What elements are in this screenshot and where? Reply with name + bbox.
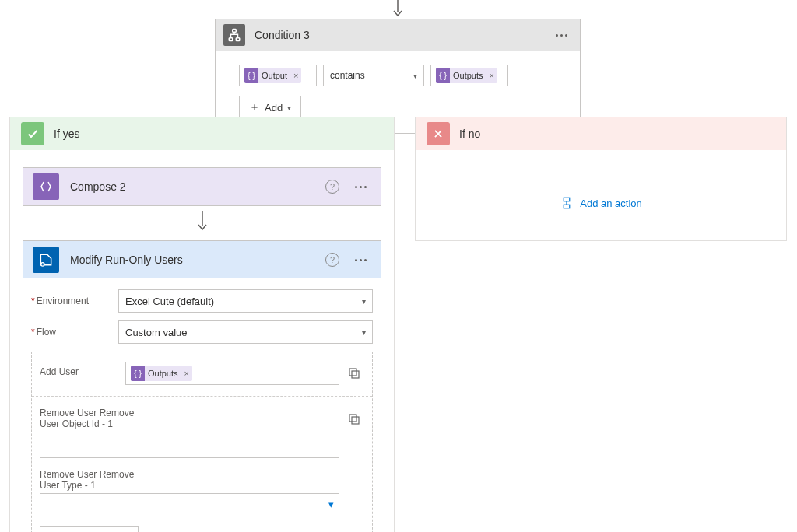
add-user-section: Add User { } Outputs ×: [31, 352, 373, 532]
condition-menu-button[interactable]: [551, 30, 572, 41]
condition-left-value[interactable]: { } Output ×: [239, 65, 317, 86]
svg-rect-3: [236, 38, 240, 41]
svg-rect-2: [229, 38, 233, 41]
condition-operator-select[interactable]: contains ▾: [323, 65, 424, 86]
if-no-label: If no: [459, 128, 480, 140]
if-yes-label: If yes: [54, 128, 79, 140]
switch-mode-icon[interactable]: [347, 362, 364, 380]
condition-expression-row: { } Output × contains ▾ { } Outputs ×: [239, 65, 556, 86]
remove-token-icon[interactable]: ×: [181, 369, 192, 378]
remove-user-obj-label: Remove User Remove User Object Id - 1: [40, 408, 156, 430]
insert-step-icon: [560, 197, 574, 209]
svg-rect-8: [349, 415, 356, 422]
close-icon: [427, 122, 450, 145]
condition-right-value[interactable]: { } Outputs ×: [430, 65, 508, 86]
chevron-down-icon: ▾: [413, 72, 417, 80]
condition-header[interactable]: Condition 3: [216, 19, 580, 51]
condition-icon: [223, 24, 245, 46]
if-no-header: If no: [416, 117, 786, 150]
svg-rect-9: [352, 417, 359, 424]
modify-menu-button[interactable]: [350, 254, 371, 266]
chevron-down-icon: ▾: [362, 297, 366, 306]
remove-user-type-label: Remove User Remove User Type - 1: [40, 469, 156, 492]
add-user-label: Add User: [40, 362, 118, 377]
flow-admin-icon: [33, 247, 59, 273]
flow-arrow: [23, 206, 381, 240]
compose-action-card: Compose 2 ?: [23, 167, 381, 206]
help-icon[interactable]: ?: [325, 253, 339, 267]
svg-rect-6: [349, 369, 356, 376]
add-new-item-button[interactable]: ＋ Add new item: [40, 526, 139, 532]
svg-rect-15: [564, 198, 570, 201]
compose-menu-button[interactable]: [350, 181, 371, 193]
flow-label: Flow: [31, 327, 112, 338]
svg-rect-17: [564, 205, 570, 208]
fx-icon: { }: [436, 68, 450, 83]
svg-rect-7: [352, 371, 359, 378]
remove-token-icon[interactable]: ×: [290, 71, 301, 80]
token-outputs[interactable]: { } Outputs ×: [131, 366, 192, 381]
compose-title: Compose 2: [70, 180, 314, 193]
plus-icon: ＋: [249, 100, 260, 114]
environment-label: Environment: [31, 296, 112, 306]
if-no-branch: If no Add an action: [415, 117, 787, 241]
fx-icon: { }: [244, 68, 258, 83]
switch-mode-icon[interactable]: [347, 408, 364, 426]
if-yes-header: If yes: [10, 117, 394, 150]
environment-select[interactable]: Excel Cute (default) ▾: [118, 289, 373, 313]
remove-token-icon[interactable]: ×: [486, 71, 497, 80]
fx-icon: { }: [131, 366, 145, 381]
token-outputs[interactable]: { } Outputs ×: [436, 68, 497, 83]
environment-row: Environment Excel Cute (default) ▾: [31, 289, 373, 313]
flow-select[interactable]: Custom value ▾: [118, 320, 373, 344]
condition-title: Condition 3: [255, 29, 542, 41]
modify-header[interactable]: Modify Run-Only Users ?: [23, 241, 381, 278]
compose-header[interactable]: Compose 2 ?: [23, 168, 381, 205]
chevron-down-icon: ▾: [328, 499, 334, 510]
add-user-input[interactable]: { } Outputs ×: [125, 362, 339, 385]
flow-row: Flow Custom value ▾: [31, 320, 373, 344]
if-yes-branch: If yes Compose 2 ?: [9, 117, 395, 532]
condition-add-button[interactable]: ＋ Add ▾: [239, 96, 301, 119]
add-action-no[interactable]: Add an action: [428, 181, 774, 225]
chevron-down-icon: ▾: [287, 103, 291, 112]
modify-title: Modify Run-Only Users: [70, 254, 314, 266]
token-output[interactable]: { } Output ×: [244, 68, 301, 83]
modify-action-card: Modify Run-Only Users ? Environment Exce…: [23, 240, 381, 532]
remove-user-type-select[interactable]: ▾: [40, 493, 339, 516]
flow-arrow-top: [397, 0, 398, 19]
remove-user-obj-input[interactable]: [40, 432, 339, 458]
check-icon: [21, 122, 44, 145]
svg-rect-1: [233, 30, 237, 33]
help-icon[interactable]: ?: [325, 180, 339, 194]
compose-icon: [33, 173, 59, 200]
chevron-down-icon: ▾: [362, 328, 366, 337]
